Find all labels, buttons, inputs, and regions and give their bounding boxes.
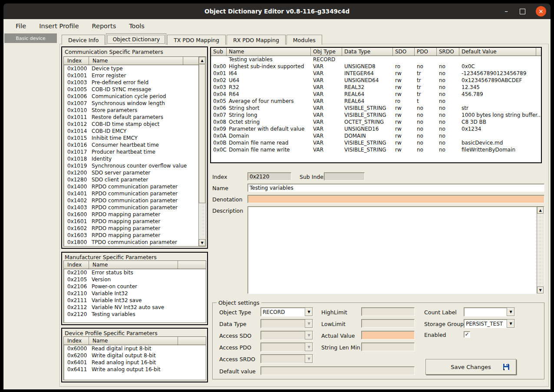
table-row[interactable]: 0x1016Consumer heartbeat time [64,142,206,148]
cell-name: Variable Int32 [89,290,206,297]
table-row[interactable]: 0x02U64VARUNSIGNED64rwtrno0x1234567890AB… [211,77,541,84]
table-row[interactable]: 0x1005COB-ID SYNC message [64,86,206,93]
table-row[interactable]: 0x6401Read analog input 16-bit [64,359,206,366]
table-row[interactable]: 0x2106Power-on counter [64,283,206,290]
table-row[interactable]: Testing variablesRECORD [211,56,541,63]
table-row[interactable]: 0x2112Variable NV Int32 auto save [64,304,206,311]
profile-params-list[interactable]: Index Name 0x6000Read digital input 8-bi… [63,336,206,380]
table-row[interactable]: 0x1400RPDO communication parameter [64,183,206,190]
comm-params-list[interactable]: Index Name 0x1000Device type0x1001Error … [63,56,206,247]
cell: no [415,119,437,125]
table-row[interactable]: 0x07String longVARVISIBLE_STRINGrwnono10… [211,112,541,119]
cell-index: 0x2112 [64,304,89,311]
table-row[interactable]: 0x6411Write analog output 16-bit [64,366,206,373]
name-field[interactable] [247,184,544,192]
enabled-checkbox[interactable]: ✓ [464,331,470,338]
save-changes-button[interactable]: Save Changes [425,359,516,375]
table-row[interactable]: 0x0ADomainVARDOMAINrwnono [211,132,541,139]
scroll-down-icon[interactable]: ▼ [537,287,544,293]
object-type-select[interactable]: RECORD ▼ [261,307,313,316]
scrollbar-track[interactable] [199,203,205,239]
table-row[interactable]: 0x03R32VARREAL32rwtrno12.345 [211,84,541,91]
table-row[interactable]: 0x1006Communication cycle period [64,93,206,100]
access-sdo-label: Access SDO [219,333,251,339]
maximize-icon[interactable] [520,9,525,14]
table-row[interactable]: 0x1401RPDO communication parameter [64,190,206,197]
actual-value-field[interactable] [361,331,415,339]
table-row[interactable]: 0x1018Identity [64,155,206,162]
scroll-down-icon[interactable]: ▼ [199,239,205,246]
table-row[interactable]: 0x1001Error register [64,72,206,79]
table-row[interactable]: 0x0CDomain file name writeVARVISIBLE_STR… [211,146,541,153]
table-row[interactable]: 0x1603RPDO mapping parameter [64,232,206,239]
table-row[interactable]: 0x1600RPDO mapping parameter [64,211,206,218]
cell: R32 [227,84,311,91]
table-row[interactable]: 0x06String shortVARVISIBLE_STRINGrwnonos… [211,105,541,112]
table-row[interactable]: 0x2111Variable Int32 save [64,297,206,304]
scroll-up-icon[interactable]: ▲ [537,207,544,214]
sub-index-field[interactable] [324,172,365,181]
table-row[interactable]: 0x1010Store parameters [64,107,206,114]
mfr-params-list[interactable]: Index Name 0x2100Error status bits0x2105… [63,260,206,323]
table-row[interactable]: 0x1601RPDO mapping parameter [64,218,206,225]
tab-modules[interactable]: Modules [287,35,322,45]
description-field[interactable]: ▲ ▼ [247,206,544,294]
table-row[interactable]: 0x1017Producer heartbeat time [64,148,206,155]
index-field[interactable] [247,172,291,181]
table-row[interactable]: 0x09Parameter with default valueVARUNSIG… [211,125,541,132]
table-row[interactable]: 0x1012COB-ID time stamp object [64,121,206,128]
table-row[interactable]: 0x1200SDO server parameter [64,169,206,176]
table-row[interactable]: 0x08Octet stringVAROCTET_STRINGrwnonoC8 … [211,119,541,125]
scroll-up-icon[interactable]: ▲ [199,57,205,64]
menu-item-file[interactable]: File [10,21,31,31]
menu-item-insert-profile[interactable]: Insert Profile [34,21,84,31]
table-row[interactable]: 0x1003Pre-defined error field [64,79,206,86]
table-row[interactable]: 0x1015Inhibit time EMCY [64,135,206,142]
scrollbar-track[interactable] [537,214,544,286]
menu-item-tools[interactable]: Tools [124,21,150,31]
close-icon[interactable]: ✕ [536,6,546,16]
object-subindex-table[interactable]: SubNameObj TypeData TypeSDOPDOSRDODefaul… [210,47,542,163]
table-row[interactable]: 0x1011Restore default parameters [64,114,206,121]
tab-device-info[interactable]: Device Info [62,35,105,45]
table-row[interactable]: 0x04R64VARREAL64rwtrno456.789 [211,91,541,98]
table-row[interactable]: 0x05Average of four numbersVARREAL64rotn… [211,98,541,105]
table-row[interactable]: 0x2120Testing variables [64,311,206,318]
table-row[interactable]: 0x1403RPDO communication parameter [64,204,206,211]
menu-item-reports[interactable]: Reports [87,21,122,31]
chevron-down-icon[interactable]: ▼ [507,308,514,316]
tab-rx-pdo-mapping[interactable]: RX PDO Mapping [227,35,286,45]
table-row[interactable]: 0x6200Write digital output 8-bit [64,352,206,359]
tab-tx-pdo-mapping[interactable]: TX PDO Mapping [167,35,226,45]
table-row[interactable]: 0x1007Synchronous window length [64,100,206,107]
table-row[interactable]: 0x1800TPDO communication parameter [64,239,206,246]
count-label-select[interactable]: ▼ [464,307,515,316]
chevron-down-icon[interactable]: ▼ [507,320,514,328]
cell: ro [393,98,415,105]
sidebar-item-basic-device[interactable]: Basic device [4,33,57,43]
table-row[interactable]: 0x1019Synchronous counter overflow value [64,162,206,169]
comm-scrollbar[interactable]: ▲ ▼ [198,57,206,246]
denotation-field[interactable] [247,195,544,203]
storage-group-select[interactable]: PERSIST_TEST ▼ [464,319,515,328]
table-row[interactable]: 0x1280SDO client parameter [64,176,206,183]
table-row[interactable]: 0x1000Device type [64,65,206,72]
tab-object-dictionary[interactable]: Object Dictionary [106,33,166,45]
table-row[interactable]: 0x1014COB-ID EMCY [64,128,206,135]
table-row[interactable]: 0x2100Error status bits [64,269,206,276]
table-row[interactable]: 0x6000Read digital input 8-bit [64,345,206,352]
table-row[interactable]: 0x2105Version [64,276,206,283]
table-row[interactable]: 0x01I64VARINTEGER64rwtrno-12345678901234… [211,70,541,77]
minimize-icon[interactable]: – [503,9,509,13]
description-scrollbar[interactable]: ▲ ▼ [537,207,544,293]
cell [459,132,541,139]
table-row[interactable]: 0x1602RPDO mapping parameter [64,225,206,232]
table-row[interactable]: 0x00Highest sub-index supportedVARUNSIGN… [211,63,541,70]
table-row[interactable]: 0x0BDomain file name readVARVISIBLE_STRI… [211,139,541,146]
table-row[interactable]: 0x1402RPDO communication parameter [64,197,206,204]
cell: 0x0C [459,63,541,70]
table-row[interactable]: 0x2110Variable Int32 [64,290,206,297]
scrollbar-thumb[interactable] [199,64,205,203]
title-bar[interactable]: Object Dictionary Editor v0.8-116-g3349c… [3,3,551,19]
chevron-down-icon[interactable]: ▼ [305,308,313,316]
